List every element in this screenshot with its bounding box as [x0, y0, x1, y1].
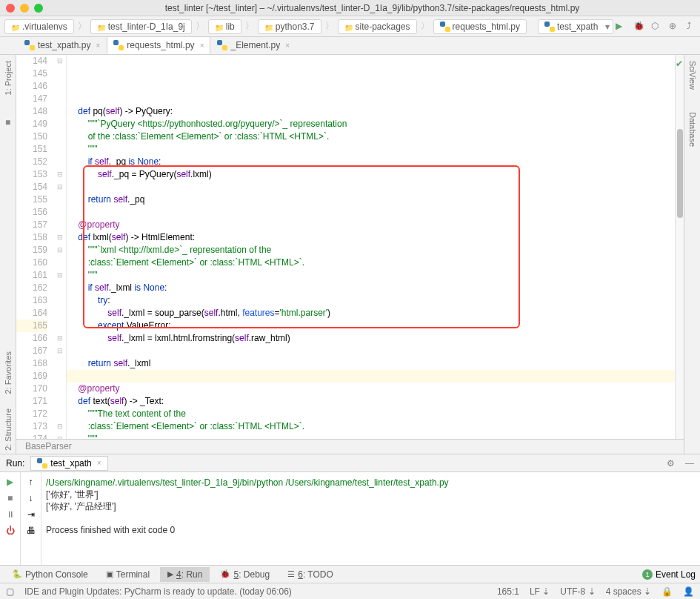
- run-config-selector[interactable]: test_xpath ▾: [538, 19, 613, 34]
- navigation-bar: .virtualenvs〉 test_linter-D_1Ia_9j〉 lib〉…: [0, 16, 700, 37]
- breadcrumb-item[interactable]: lib: [208, 19, 241, 34]
- run-button[interactable]: ▶: [616, 21, 627, 33]
- code-breadcrumb[interactable]: BaseParser: [16, 439, 684, 454]
- line-gutter: 1441451461471481491501511521531541551561…: [16, 55, 53, 439]
- wrap-icon[interactable]: ⇥: [27, 509, 35, 520]
- file-encoding[interactable]: UTF-8 ⇣: [560, 586, 595, 597]
- editor-tab[interactable]: requests_html.py×: [107, 36, 210, 54]
- breadcrumb-item[interactable]: requests_html.py: [433, 19, 527, 34]
- run-panel-label: Run:: [6, 458, 24, 469]
- run-toolbar-2: ↑ ↓ ⇥ 🖶: [21, 472, 41, 565]
- inspector-icon[interactable]: 👤: [683, 586, 694, 597]
- close-window-icon[interactable]: [6, 4, 15, 13]
- python-file-icon: [37, 458, 47, 469]
- run-tab[interactable]: ▶ 4: Run: [160, 567, 210, 582]
- terminal-tab[interactable]: ▣ Terminal: [99, 567, 157, 582]
- run-session-tab[interactable]: test_xpath ×: [30, 456, 107, 471]
- gear-icon[interactable]: ⚙: [667, 458, 675, 469]
- editor-tabs: test_xpath.py× requests_html.py× _Elemen…: [0, 37, 700, 55]
- run-toolbar: ▶ ■ ⏸ ⏻: [0, 472, 21, 565]
- exit-button[interactable]: ⏻: [6, 526, 15, 536]
- status-bar: ▢ IDE and Plugin Updates: PyCharm is rea…: [0, 583, 700, 599]
- fold-column[interactable]: ⊟⊟⊟⊟⊟⊟⊟⊟⊟⊟: [53, 55, 67, 439]
- zoom-window-icon[interactable]: [34, 4, 43, 13]
- bottom-tool-tabs: 🐍 Python Console ▣ Terminal ▶ 4: Run 🐞 5…: [0, 565, 700, 583]
- python-file-icon: [113, 40, 124, 50]
- sciview-tool-button[interactable]: SciView: [688, 61, 697, 90]
- folder-icon: [97, 22, 106, 31]
- hide-panel-icon[interactable]: —: [685, 458, 694, 469]
- profile-button[interactable]: ⊕: [669, 21, 681, 33]
- folder-icon: [344, 22, 353, 31]
- right-tool-rail: SciView Database: [684, 55, 700, 454]
- coverage-button[interactable]: ⬡: [651, 21, 663, 33]
- folder-icon: [215, 22, 224, 31]
- breadcrumb-item[interactable]: test_linter-D_1Ia_9j: [90, 19, 192, 34]
- stop-button[interactable]: ■: [7, 493, 13, 503]
- python-file-icon: [24, 40, 35, 50]
- scrollbar-thumb[interactable]: [677, 129, 683, 218]
- breadcrumb-item[interactable]: site-packages: [338, 19, 417, 34]
- event-log-button[interactable]: 1Event Log: [642, 569, 696, 580]
- python-console-tab[interactable]: 🐍 Python Console: [4, 567, 96, 582]
- window-title: test_linter [~/test_linter] – ~/.virtual…: [50, 3, 694, 13]
- database-tool-button[interactable]: Database: [688, 112, 697, 147]
- up-icon[interactable]: ↑: [29, 477, 33, 487]
- python-file-icon: [217, 40, 227, 50]
- analysis-ok-icon: ✔: [676, 58, 683, 70]
- breadcrumb-item[interactable]: .virtualenvs: [4, 19, 74, 34]
- window-controls: [6, 4, 43, 13]
- rerun-button[interactable]: ▶: [7, 477, 13, 487]
- editor-tab[interactable]: _Element.py×: [210, 36, 296, 54]
- run-output[interactable]: /Users/kingname/.virtualenvs/test_linter…: [41, 472, 700, 565]
- line-separator[interactable]: LF ⇣: [530, 586, 550, 597]
- caret-position[interactable]: 165:1: [497, 586, 519, 597]
- left-rail-bottom: 2: Favorites 2: Structure: [0, 351, 16, 451]
- debug-tab[interactable]: 🐞 5: Debug: [213, 567, 277, 582]
- attach-button[interactable]: ⤴: [687, 21, 699, 33]
- indent-settings[interactable]: 4 spaces ⇣: [606, 586, 651, 597]
- close-icon[interactable]: ×: [200, 42, 204, 50]
- todo-tab[interactable]: ☰ 6: TODO: [280, 567, 341, 582]
- code-area[interactable]: 💡 def pq(self) -> PyQuery: """`PyQuery <…: [67, 55, 675, 439]
- python-file-icon: [440, 21, 450, 32]
- titlebar: test_linter [~/test_linter] – ~/.virtual…: [0, 0, 700, 16]
- down-icon[interactable]: ↓: [29, 493, 33, 503]
- editor-tab[interactable]: test_xpath.py×: [18, 36, 107, 54]
- lock-icon[interactable]: 🔒: [661, 586, 673, 597]
- debug-button[interactable]: 🐞: [633, 21, 645, 33]
- folder-icon: [264, 22, 273, 31]
- minimize-window-icon[interactable]: [20, 4, 29, 13]
- project-tool-button[interactable]: 1: Project: [4, 61, 13, 95]
- tool-window-icon[interactable]: ▢: [6, 586, 14, 597]
- pause-button[interactable]: ⏸: [6, 509, 15, 520]
- favorites-tool-button[interactable]: 2: Favorites: [4, 351, 13, 394]
- close-icon[interactable]: ×: [96, 42, 100, 50]
- structure-tool-button[interactable]: 2: Structure: [4, 408, 13, 451]
- status-message[interactable]: IDE and Plugin Updates: PyCharm is ready…: [24, 586, 292, 597]
- intention-bulb-icon[interactable]: 💡: [67, 314, 67, 326]
- run-panel: Run: test_xpath × ⚙ — ▶ ■ ⏸ ⏻ ↑ ↓ ⇥ 🖶 /U…: [0, 454, 700, 565]
- print-icon[interactable]: 🖶: [27, 526, 36, 536]
- python-file-icon: [544, 21, 555, 32]
- breadcrumb-item[interactable]: python3.7: [258, 19, 321, 34]
- code-editor[interactable]: 1441451461471481491501511521531541551561…: [16, 55, 684, 439]
- editor-scrollbar[interactable]: ✔: [675, 55, 684, 439]
- folder-icon: [11, 22, 20, 31]
- close-icon[interactable]: ×: [285, 42, 290, 50]
